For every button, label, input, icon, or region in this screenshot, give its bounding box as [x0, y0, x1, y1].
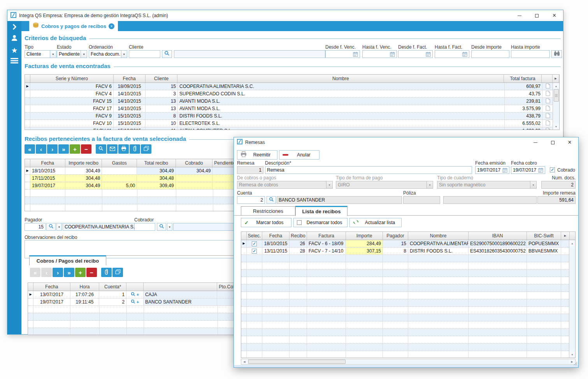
add-record-button[interactable]: +: [75, 268, 86, 277]
column-header-recibo[interactable]: Recibo: [290, 232, 307, 240]
cobrador-search-button[interactable]: [157, 223, 166, 231]
ordenacion-select[interactable]: Fecha docum.▼: [89, 50, 127, 58]
cell-selec[interactable]: ✓: [247, 247, 262, 254]
table-row[interactable]: FACV 10 15/10/2015 10 ELECTROTEK S.L. 6.…: [25, 120, 559, 127]
actualizar-lista-button[interactable]: Actualizar lista: [349, 218, 402, 227]
pagador-dropdown-button[interactable]: ▼: [56, 223, 62, 231]
column-header-fecha[interactable]: Fecha: [30, 159, 65, 167]
fecha-emision-input[interactable]: 19/07/2017: [475, 166, 509, 174]
cell-doc[interactable]: [542, 120, 553, 127]
scroll-down-button[interactable]: ▼: [569, 351, 575, 358]
cliente-code-input[interactable]: [129, 50, 160, 58]
table-row[interactable]: ✓ 13/11/2015 28 FACV - 7 - 14/10 307,15 …: [241, 247, 575, 255]
cobrador-dropdown-button[interactable]: ▼: [167, 223, 172, 231]
column-header-importe[interactable]: Importe: [346, 232, 383, 240]
calendar-icon[interactable]: [462, 52, 467, 57]
nav-next-button[interactable]: ›: [47, 144, 58, 154]
close-button[interactable]: ×: [561, 137, 578, 147]
cell-cuenta-buttons[interactable]: +: [126, 298, 144, 305]
nav-last-button[interactable]: »: [58, 144, 69, 154]
table-row[interactable]: FACV 9 15/10/2015 8 DISTRI FOODS S.L. 43…: [25, 112, 559, 120]
column-header-iban[interactable]: IBAN: [469, 232, 527, 240]
pagador-search-button[interactable]: [46, 223, 56, 231]
column-header-nombre[interactable]: Nombre: [177, 75, 504, 82]
scroll-left-button[interactable]: ◀: [241, 359, 247, 364]
column-header-serie[interactable]: Serie y Número: [30, 75, 114, 82]
sidebar-expand-button[interactable]: [10, 23, 19, 32]
minimize-button[interactable]: [527, 137, 544, 147]
column-header-bic[interactable]: BIC-Swift: [527, 232, 561, 240]
table-row[interactable]: FACV 4 14/10/2015 3 SUPERMERCADO CODIN S…: [25, 90, 559, 98]
column-header-cliente[interactable]: Cliente: [146, 75, 178, 82]
table-row[interactable]: 19/07/2017 19:11:45 2 + BANCO SANTANDER: [28, 298, 240, 306]
descripcion-input[interactable]: Remesa: [265, 166, 472, 174]
calendar-icon[interactable]: [390, 52, 395, 57]
estado-select[interactable]: Pendiente▼: [57, 50, 87, 58]
vertical-scrollbar[interactable]: ▲ ▼: [553, 83, 559, 130]
tipo-select[interactable]: Cliente▼: [25, 50, 56, 58]
copy-button[interactable]: [141, 144, 151, 154]
delete-record-button[interactable]: −: [81, 144, 91, 154]
reemitir-button[interactable]: Reemitir: [237, 150, 277, 160]
email-button[interactable]: [107, 144, 118, 154]
delete-record-button[interactable]: −: [86, 268, 97, 277]
column-header-factura[interactable]: Factura: [307, 232, 346, 240]
column-header-total[interactable]: Total recibo: [137, 159, 176, 167]
table-row[interactable]: 19/07/2017 304,49 5,00 309,49: [25, 182, 251, 190]
column-header-pagador[interactable]: Pagador: [383, 232, 408, 240]
row-checkbox[interactable]: ✓: [252, 241, 257, 246]
calendar-icon[interactable]: [353, 52, 358, 57]
cell-cuenta-buttons[interactable]: +: [126, 291, 144, 298]
table-row[interactable]: FACV 11 15/10/2015 11 ALTIKA COMPUTER S.…: [25, 127, 559, 130]
close-button[interactable]: ×: [546, 10, 563, 21]
maximize-button[interactable]: [528, 10, 546, 21]
tab-lista-de-recibos[interactable]: Lista de recibos: [295, 206, 348, 216]
attach-button[interactable]: [101, 268, 112, 277]
cobrador-code-input[interactable]: [134, 223, 155, 231]
desde-venc-input[interactable]: [325, 50, 360, 58]
minimize-button[interactable]: [511, 10, 528, 21]
column-header-selec[interactable]: Selec.: [247, 232, 262, 240]
hasta-venc-input[interactable]: [362, 50, 397, 58]
fecha-cobro-input[interactable]: 19/07/2017: [511, 166, 545, 174]
desmarcar-todos-button[interactable]: Desmarcar todos: [293, 218, 348, 227]
scroll-up-button[interactable]: ▲: [569, 240, 575, 246]
maximize-button[interactable]: [544, 137, 561, 147]
nav-next-button[interactable]: ›: [53, 268, 63, 277]
calendar-icon[interactable]: [502, 168, 507, 173]
cuenta-search-button[interactable]: [267, 196, 276, 204]
table-row[interactable]: ▶ 18/10/2015 304,49 304,49 304,49: [25, 167, 251, 175]
column-header-fecha[interactable]: Fecha: [33, 283, 70, 291]
cobrado-checkbox[interactable]: ✓: [550, 167, 555, 172]
marcar-todos-button[interactable]: ✓ Marcar todos: [241, 218, 291, 227]
column-header-importe[interactable]: Importe recibo: [65, 159, 102, 167]
column-options-button[interactable]: ▶: [553, 75, 559, 82]
print-button[interactable]: [118, 144, 129, 154]
cell-doc[interactable]: [542, 98, 553, 105]
column-header-gastos[interactable]: Gastos: [102, 159, 137, 167]
row-checkbox[interactable]: ✓: [252, 249, 257, 254]
table-row[interactable]: FACV 17 14/10/2015 13 AVANTI MODA S.L. 3…: [25, 105, 559, 112]
attach-button[interactable]: [130, 144, 140, 154]
sidebar-favorites-button[interactable]: ★: [10, 46, 19, 54]
desde-fact-input[interactable]: [398, 50, 433, 58]
search-record-button[interactable]: [96, 144, 106, 154]
copy-button[interactable]: [112, 268, 123, 277]
calendar-icon[interactable]: [538, 168, 543, 173]
column-header-total[interactable]: Total factura: [504, 75, 542, 82]
tab-restricciones[interactable]: Restricciones: [241, 206, 295, 216]
table-row[interactable]: ▶ FACV 6 18/09/2015 15 COOPERATIVA ALIME…: [25, 83, 559, 90]
column-header-nombre[interactable]: Nombre: [408, 232, 469, 240]
desde-importe-input[interactable]: [471, 50, 509, 58]
anular-button[interactable]: Anular: [279, 150, 319, 160]
column-header-cuenta[interactable]: Cuenta*: [99, 283, 126, 291]
table-row[interactable]: ▶ ✓ 18/10/2015 26 FACV - 6 - 18/09 284,4…: [241, 240, 575, 247]
table-row[interactable]: FACV 15 14/10/2015 13 AVANTI MODA S.L. 2…: [25, 98, 559, 105]
column-options-button[interactable]: ▶: [561, 232, 570, 240]
resize-grip[interactable]: [574, 360, 577, 367]
nav-prev-button[interactable]: ‹: [36, 144, 46, 154]
hasta-fact-input[interactable]: [435, 50, 469, 58]
cell-doc[interactable]: [542, 127, 553, 130]
vertical-scrollbar[interactable]: ▲ ▼: [569, 240, 575, 358]
add-record-button[interactable]: +: [70, 144, 80, 154]
